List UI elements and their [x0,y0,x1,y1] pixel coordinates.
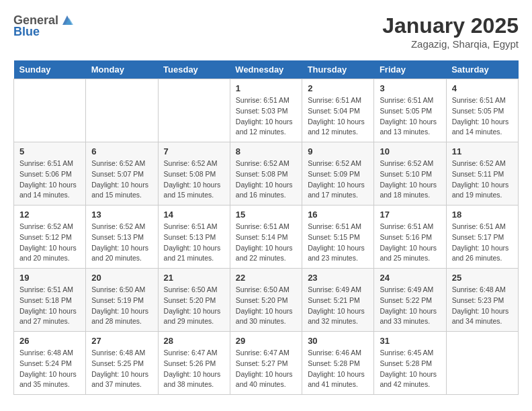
day-info: Sunrise: 6:48 AMSunset: 5:24 PMDaylight:… [19,348,80,390]
day-cell: 16Sunrise: 6:51 AMSunset: 5:15 PMDayligh… [302,205,374,269]
logo-icon [60,13,75,28]
header-cell-monday: Monday [86,60,158,79]
day-info: Sunrise: 6:47 AMSunset: 5:26 PMDaylight:… [164,348,224,390]
header-cell-tuesday: Tuesday [158,60,230,79]
day-info: Sunrise: 6:51 AMSunset: 5:05 PMDaylight:… [452,95,513,138]
day-cell: 10Sunrise: 6:52 AMSunset: 5:10 PMDayligh… [374,142,446,205]
header-cell-wednesday: Wednesday [230,60,302,79]
day-number: 8 [236,146,296,156]
day-info: Sunrise: 6:51 AMSunset: 5:14 PMDaylight:… [236,222,296,264]
day-number: 24 [380,273,440,283]
day-cell: 13Sunrise: 6:52 AMSunset: 5:13 PMDayligh… [86,205,158,269]
day-number: 11 [452,146,513,156]
header-cell-friday: Friday [374,60,446,79]
day-number: 3 [380,83,440,93]
day-cell: 11Sunrise: 6:52 AMSunset: 5:11 PMDayligh… [446,142,518,205]
day-info: Sunrise: 6:51 AMSunset: 5:13 PMDaylight:… [164,222,224,264]
day-info: Sunrise: 6:49 AMSunset: 5:22 PMDaylight:… [380,285,440,327]
day-cell: 12Sunrise: 6:52 AMSunset: 5:12 PMDayligh… [14,205,86,269]
day-info: Sunrise: 6:52 AMSunset: 5:13 PMDaylight:… [91,222,152,264]
week-row-3: 12Sunrise: 6:52 AMSunset: 5:12 PMDayligh… [14,205,519,269]
header-cell-sunday: Sunday [14,60,86,79]
day-info: Sunrise: 6:48 AMSunset: 5:23 PMDaylight:… [452,285,513,327]
day-cell [158,79,230,142]
day-number: 2 [308,83,368,93]
day-number: 1 [236,83,296,93]
header-cell-thursday: Thursday [302,60,374,79]
day-cell: 5Sunrise: 6:51 AMSunset: 5:06 PMDaylight… [14,142,86,205]
day-info: Sunrise: 6:52 AMSunset: 5:08 PMDaylight:… [164,158,224,201]
day-number: 17 [380,210,440,220]
day-info: Sunrise: 6:52 AMSunset: 5:07 PMDaylight:… [91,158,152,201]
day-cell: 23Sunrise: 6:49 AMSunset: 5:21 PMDayligh… [302,269,374,332]
day-cell: 22Sunrise: 6:50 AMSunset: 5:20 PMDayligh… [230,269,302,332]
header-cell-saturday: Saturday [446,60,518,79]
calendar-body: 1Sunrise: 6:51 AMSunset: 5:03 PMDaylight… [14,79,519,395]
day-cell: 7Sunrise: 6:52 AMSunset: 5:08 PMDaylight… [158,142,230,205]
day-number: 19 [19,273,80,283]
day-number: 30 [308,336,368,346]
day-cell: 25Sunrise: 6:48 AMSunset: 5:23 PMDayligh… [446,269,518,332]
day-number: 4 [452,83,513,93]
day-cell: 2Sunrise: 6:51 AMSunset: 5:04 PMDaylight… [302,79,374,142]
day-number: 14 [164,210,224,220]
day-info: Sunrise: 6:52 AMSunset: 5:11 PMDaylight:… [452,158,513,201]
day-number: 31 [380,336,440,346]
day-number: 25 [452,273,513,283]
day-cell: 24Sunrise: 6:49 AMSunset: 5:22 PMDayligh… [374,269,446,332]
day-number: 28 [164,336,224,346]
day-number: 22 [236,273,296,283]
day-number: 26 [19,336,80,346]
day-cell: 6Sunrise: 6:52 AMSunset: 5:07 PMDaylight… [86,142,158,205]
day-info: Sunrise: 6:52 AMSunset: 5:12 PMDaylight:… [19,222,80,264]
day-cell: 30Sunrise: 6:46 AMSunset: 5:28 PMDayligh… [302,332,374,395]
day-info: Sunrise: 6:52 AMSunset: 5:10 PMDaylight:… [380,158,440,201]
day-cell: 9Sunrise: 6:52 AMSunset: 5:09 PMDaylight… [302,142,374,205]
logo-block: General Blue [13,13,75,39]
day-cell: 4Sunrise: 6:51 AMSunset: 5:05 PMDaylight… [446,79,518,142]
day-number: 6 [91,146,152,156]
day-cell: 8Sunrise: 6:52 AMSunset: 5:08 PMDaylight… [230,142,302,205]
calendar-title: January 2025 [382,13,519,38]
day-info: Sunrise: 6:51 AMSunset: 5:05 PMDaylight:… [380,95,440,138]
day-number: 13 [91,210,152,220]
day-number: 29 [236,336,296,346]
day-cell: 26Sunrise: 6:48 AMSunset: 5:24 PMDayligh… [14,332,86,395]
day-number: 9 [308,146,368,156]
week-row-5: 26Sunrise: 6:48 AMSunset: 5:24 PMDayligh… [14,332,519,395]
day-info: Sunrise: 6:52 AMSunset: 5:08 PMDaylight:… [236,158,296,201]
day-number: 10 [380,146,440,156]
day-info: Sunrise: 6:51 AMSunset: 5:04 PMDaylight:… [308,95,368,138]
day-cell: 29Sunrise: 6:47 AMSunset: 5:27 PMDayligh… [230,332,302,395]
day-number: 27 [91,336,152,346]
day-number: 16 [308,210,368,220]
day-cell: 20Sunrise: 6:50 AMSunset: 5:19 PMDayligh… [86,269,158,332]
day-cell: 28Sunrise: 6:47 AMSunset: 5:26 PMDayligh… [158,332,230,395]
day-cell: 15Sunrise: 6:51 AMSunset: 5:14 PMDayligh… [230,205,302,269]
day-info: Sunrise: 6:52 AMSunset: 5:09 PMDaylight:… [308,158,368,201]
day-info: Sunrise: 6:47 AMSunset: 5:27 PMDaylight:… [236,348,296,390]
day-number: 7 [164,146,224,156]
page-header: General Blue January 2025 Zagazig, Sharq… [13,13,519,50]
title-block: January 2025 Zagazig, Sharqia, Egypt [382,13,519,50]
day-info: Sunrise: 6:51 AMSunset: 5:18 PMDaylight:… [19,285,80,327]
header-row: SundayMondayTuesdayWednesdayThursdayFrid… [14,60,519,79]
day-info: Sunrise: 6:51 AMSunset: 5:03 PMDaylight:… [236,95,296,138]
day-number: 12 [19,210,80,220]
day-cell [14,79,86,142]
day-number: 18 [452,210,513,220]
day-cell: 1Sunrise: 6:51 AMSunset: 5:03 PMDaylight… [230,79,302,142]
day-cell [86,79,158,142]
day-info: Sunrise: 6:51 AMSunset: 5:15 PMDaylight:… [308,222,368,264]
day-info: Sunrise: 6:49 AMSunset: 5:21 PMDaylight:… [308,285,368,327]
day-cell: 18Sunrise: 6:51 AMSunset: 5:17 PMDayligh… [446,205,518,269]
calendar-header: SundayMondayTuesdayWednesdayThursdayFrid… [14,60,519,79]
day-cell: 3Sunrise: 6:51 AMSunset: 5:05 PMDaylight… [374,79,446,142]
week-row-2: 5Sunrise: 6:51 AMSunset: 5:06 PMDaylight… [14,142,519,205]
day-info: Sunrise: 6:50 AMSunset: 5:20 PMDaylight:… [164,285,224,327]
day-cell: 19Sunrise: 6:51 AMSunset: 5:18 PMDayligh… [14,269,86,332]
week-row-1: 1Sunrise: 6:51 AMSunset: 5:03 PMDaylight… [14,79,519,142]
logo-blue: Blue [13,25,40,39]
day-number: 21 [164,273,224,283]
day-number: 15 [236,210,296,220]
